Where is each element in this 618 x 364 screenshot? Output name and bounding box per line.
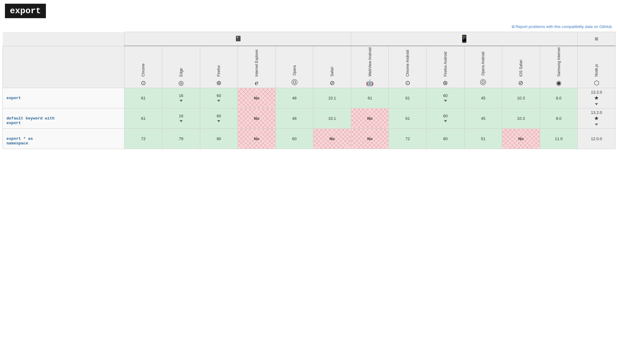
- feature-name-export-star: export * as namespace: [3, 128, 124, 149]
- webview-name: WebView Android: [368, 47, 372, 76]
- safari-name: Safari: [330, 67, 334, 76]
- version-value: 60: [292, 136, 296, 141]
- report-link-row: ⧉ Report problems with this compatibilit…: [0, 22, 618, 32]
- star-webview: No: [351, 128, 389, 149]
- no-label: No: [329, 136, 335, 141]
- star-icon: ★: [580, 95, 613, 101]
- default-opera: 48: [275, 108, 313, 128]
- default-chrome: 61: [124, 108, 162, 128]
- version-value: 45: [481, 116, 485, 121]
- star-safari: No: [313, 128, 351, 149]
- compat-table: 🖥 📱 ≡ Chrome ⊙: [2, 32, 616, 149]
- version-value: 60: [203, 114, 235, 118]
- dropdown-arrow-icon[interactable]: [444, 120, 447, 122]
- version-value: 60: [429, 93, 462, 98]
- no-label: No: [254, 116, 259, 121]
- star-ios-safari: No: [502, 128, 540, 149]
- browser-samsung: Samsung Internet ◉: [540, 46, 578, 88]
- ie-name: Internet Explorer: [254, 49, 259, 77]
- firefox-name: Firefox: [217, 65, 221, 77]
- default-ios-safari: 10.3: [502, 108, 540, 128]
- firefox-icon: ⊛: [216, 79, 222, 87]
- export-chrome: 61: [124, 88, 162, 108]
- version-value: 13.2.0: [580, 90, 613, 95]
- default-firefox-android: 60: [427, 108, 465, 128]
- opera-icon: Ⓞ: [291, 78, 298, 87]
- export-nodejs: 13.2.0 ★: [578, 88, 616, 108]
- page-title: export: [10, 6, 41, 16]
- report-link[interactable]: ⧉ Report problems with this compatibilit…: [512, 24, 612, 29]
- mobile-group: 📱: [351, 32, 577, 46]
- star-samsung: 11.0: [540, 128, 578, 149]
- version-value: 10.3: [517, 96, 525, 100]
- no-label: No: [518, 136, 523, 141]
- dropdown-arrow-icon[interactable]: [444, 100, 447, 102]
- export-ie: No: [238, 88, 276, 108]
- version-value: 10.1: [328, 96, 336, 100]
- export-firefox: 60: [200, 88, 238, 108]
- browser-ios-safari: iOS Safari ⊘: [502, 46, 540, 88]
- opera-name: Opera: [292, 65, 297, 75]
- corner-cell: [3, 32, 124, 46]
- nodejs-icon: ⬡: [594, 79, 599, 87]
- star-firefox: 80: [200, 128, 238, 149]
- version-value: 13.2.0: [580, 110, 613, 115]
- version-value: 79: [179, 136, 183, 141]
- dropdown-arrow-icon[interactable]: [595, 103, 598, 105]
- version-value: 16: [165, 114, 197, 118]
- export-opera-android: 45: [464, 88, 502, 108]
- star-firefox-android: 80: [427, 128, 465, 149]
- chrome-name: Chrome: [141, 63, 145, 77]
- version-value: 8.0: [556, 96, 562, 100]
- export-safari: 10.1: [313, 88, 351, 108]
- browser-chrome-android: Chrome Android ⊙: [389, 46, 427, 88]
- browser-opera: Opera Ⓞ: [275, 46, 313, 88]
- firefox-android-name: Firefox Android: [443, 52, 448, 77]
- export-ios-safari: 10.3: [502, 88, 540, 108]
- default-firefox: 60: [200, 108, 238, 128]
- browser-ie: Internet Explorer ℯ: [238, 46, 276, 88]
- opera-android-icon: Ⓞ: [480, 78, 486, 87]
- feature-name-export: export: [3, 88, 124, 108]
- star-chrome-android: 72: [389, 128, 427, 149]
- dropdown-arrow-icon[interactable]: [217, 100, 220, 102]
- dropdown-arrow-icon[interactable]: [217, 120, 220, 122]
- no-label: No: [254, 136, 259, 141]
- browser-chrome: Chrome ⊙: [124, 46, 162, 88]
- version-value: 8.0: [556, 116, 562, 121]
- version-value: 16: [165, 93, 197, 98]
- export-chrome-android: 61: [389, 88, 427, 108]
- browser-edge: Edge ◎: [162, 46, 200, 88]
- version-value: 72: [405, 136, 410, 141]
- no-label: No: [254, 96, 259, 100]
- safari-icon: ⊘: [330, 79, 335, 87]
- chrome-icon: ⊙: [141, 79, 146, 87]
- browser-opera-android: Opera Android Ⓞ: [464, 46, 502, 88]
- chrome-android-name: Chrome Android: [405, 50, 410, 77]
- default-ie: No: [238, 108, 276, 128]
- version-value: 60: [203, 93, 235, 98]
- version-value: 60: [429, 114, 462, 118]
- star-ie: No: [238, 128, 276, 149]
- desktop-group: 🖥: [124, 32, 351, 46]
- chrome-android-icon: ⊙: [405, 79, 410, 87]
- nodejs-name: Node.js: [594, 64, 599, 77]
- export-opera: 48: [275, 88, 313, 108]
- dropdown-arrow-icon[interactable]: [595, 123, 598, 126]
- feature-row-default-keyword: default keyword with export 61 16 60: [3, 108, 616, 128]
- version-value: 61: [405, 116, 410, 121]
- default-safari: 10.1: [313, 108, 351, 128]
- edge-name: Edge: [179, 68, 183, 77]
- dropdown-arrow-icon[interactable]: [180, 120, 183, 122]
- feature-col-header: [3, 46, 124, 88]
- dropdown-arrow-icon[interactable]: [180, 100, 183, 102]
- ie-icon: ℯ: [255, 79, 258, 87]
- feature-row-export-star: export * as namespace 72 79 80 No: [3, 128, 616, 149]
- platform-row: 🖥 📱 ≡: [3, 32, 616, 46]
- opera-android-name: Opera Android: [481, 52, 485, 75]
- default-opera-android: 45: [464, 108, 502, 128]
- star-edge: 79: [162, 128, 200, 149]
- export-webview: 61: [351, 88, 389, 108]
- server-group: ≡: [578, 32, 616, 46]
- default-chrome-android: 61: [389, 108, 427, 128]
